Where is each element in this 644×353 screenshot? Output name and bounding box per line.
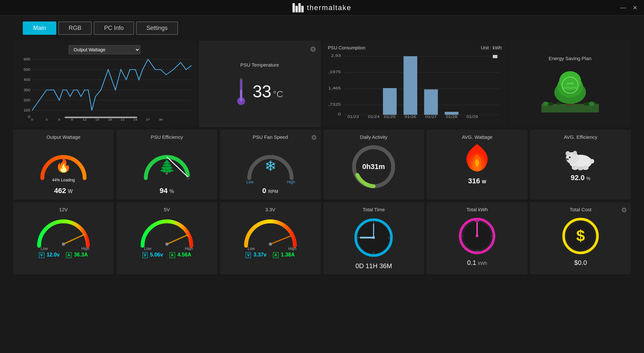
svg-text:SUPPORTED: SUPPORTED	[562, 86, 578, 89]
svg-text:SPM: SPM	[567, 82, 573, 85]
energy-saving-title: Energy Saving Plan	[549, 56, 592, 61]
psu-consumption-panel: PSU Consumption Unit : kWh 2,93 2,1975 1…	[323, 41, 507, 127]
svg-point-83	[566, 158, 569, 160]
total-cost-panel: ⚙ Total Cost $ $0.0	[530, 202, 631, 274]
svg-text:15: 15	[95, 118, 100, 121]
svg-text:44% Loading: 44% Loading	[52, 178, 75, 182]
svg-text:0: 0	[31, 118, 33, 121]
svg-rect-1	[295, 6, 298, 12]
svg-text:01/26: 01/26	[404, 115, 416, 118]
svg-line-96	[270, 236, 291, 244]
svg-text:27: 27	[146, 118, 150, 121]
row3: 12V Low High V 12.0v A	[0, 202, 644, 274]
avg-efficiency-title: AVG. Efficiency	[564, 134, 597, 140]
svg-text:12: 12	[83, 118, 87, 121]
total-time-title: Total Time	[363, 207, 385, 212]
svg-text:🌲: 🌲	[158, 159, 176, 175]
svg-text:300: 300	[24, 88, 30, 92]
svg-text:500: 500	[24, 68, 30, 72]
temp-value-display: 33 °C	[253, 82, 283, 101]
svg-text:01/28: 01/28	[446, 115, 457, 118]
avg-efficiency-panel: AVG. Efficiency 92.0 %	[530, 130, 631, 200]
consumption-bar-chart: 2,93 2,1975 1,465 0,7325 0	[328, 53, 502, 118]
avg-wattage-title: AVG. Wattage	[462, 134, 492, 140]
svg-point-82	[569, 157, 571, 158]
svg-line-88	[63, 234, 85, 244]
svg-text:01/24: 01/24	[368, 115, 379, 118]
chart-dropdown-container: Output Wattage	[18, 45, 192, 54]
app-title: thermaltake	[307, 4, 351, 12]
svg-text:🔥: 🔥	[55, 158, 72, 173]
wattage-dropdown[interactable]: Output Wattage	[69, 45, 140, 54]
svg-text:High: High	[81, 246, 89, 251]
5v-title: 5V	[164, 207, 170, 212]
svg-line-92	[167, 235, 187, 244]
total-kwh-value: 0.1 kWh	[467, 259, 487, 267]
svg-rect-45	[424, 89, 438, 115]
close-button[interactable]: ✕	[633, 4, 637, 11]
fan-settings-icon[interactable]: ⚙	[311, 134, 317, 141]
svg-point-84	[572, 165, 578, 170]
svg-text:6: 6	[58, 118, 60, 121]
svg-text:9: 9	[71, 118, 73, 121]
3v-readings: V 3.37v A 1.38A	[246, 252, 295, 258]
app-logo: thermaltake	[293, 3, 351, 12]
5v-gauge: Low High	[138, 215, 196, 251]
tab-settings[interactable]: Settings	[136, 21, 178, 35]
svg-text:High: High	[287, 180, 295, 184]
temp-display: 33 °C	[236, 77, 283, 106]
psu-temp-title: PSU Temperature	[240, 62, 279, 68]
avg-wattage-flame	[461, 142, 493, 175]
temp-settings-icon[interactable]: ⚙	[310, 45, 316, 54]
daily-activity-circle: 0h31m	[349, 142, 398, 191]
svg-text:24: 24	[133, 118, 138, 121]
total-kwh-title: Total kWh	[466, 207, 488, 212]
minimize-button[interactable]: —	[620, 4, 626, 11]
svg-rect-44	[404, 56, 417, 115]
svg-text:30: 30	[159, 118, 163, 121]
svg-text:01/25: 01/25	[384, 115, 395, 118]
svg-text:01/29: 01/29	[466, 115, 478, 118]
psu-efficiency-title: PSU Efficiency	[151, 134, 183, 140]
total-time-value: 0D 11H 36M	[355, 262, 392, 270]
svg-text:High: High	[185, 246, 193, 251]
svg-text:18: 18	[108, 118, 112, 121]
svg-text:$: $	[576, 227, 585, 244]
svg-text:Low: Low	[246, 180, 253, 184]
wattage-chart-svg: 600 500 400 300 200 100 0 0 3 6 9 12 15 …	[18, 56, 192, 121]
tab-main[interactable]: Main	[23, 21, 56, 35]
daily-activity-title: Daily Activity	[360, 134, 387, 140]
svg-point-93	[165, 242, 169, 246]
svg-text:High: High	[288, 246, 296, 251]
svg-text:❄: ❄	[264, 158, 276, 174]
output-wattage-title: Output Wattage	[47, 134, 81, 140]
psu-temperature-panel: ⚙ PSU Temperature 33 °C	[199, 41, 321, 127]
voltage-5v-panel: 5V Low High V 5.06v A 4	[116, 202, 217, 274]
total-cost-settings-icon[interactable]: ⚙	[621, 206, 627, 214]
svg-text:2,93: 2,93	[331, 54, 341, 58]
svg-point-61	[589, 101, 595, 106]
svg-text:0h31m: 0h31m	[363, 163, 385, 171]
svg-text:01/23: 01/23	[347, 115, 359, 118]
voltage-3v-panel: 3.3V Low High V 3.37v A	[220, 202, 321, 274]
3v-amperage: A 1.38A	[273, 252, 295, 258]
energy-saving-panel: Energy Saving Plan SPM SUPPORTED	[509, 41, 631, 127]
svg-text:400: 400	[24, 78, 30, 82]
window-controls: — ✕	[620, 4, 637, 11]
nav-bar: Main RGB PC Info Settings	[0, 16, 644, 41]
total-cost-value: $0.0	[574, 259, 587, 267]
svg-text:0: 0	[28, 115, 30, 119]
svg-rect-17	[65, 117, 137, 118]
total-cost-icon: $	[559, 215, 602, 257]
svg-text:100: 100	[24, 109, 30, 112]
consumption-title: PSU Consumption	[328, 45, 365, 50]
psu-fan-title: PSU Fan Speed	[253, 134, 288, 140]
12v-amperage: A 36.3A	[66, 252, 88, 258]
svg-point-87	[590, 159, 594, 163]
svg-text:3: 3	[46, 118, 48, 121]
tab-pc-info[interactable]: PC Info	[94, 21, 134, 35]
svg-text:600: 600	[24, 58, 30, 61]
psu-fan-gauge: ❄ Low High	[243, 142, 298, 185]
row1: Output Wattage 600 500 400 300 200 100 0…	[0, 41, 644, 127]
tab-rgb[interactable]: RGB	[58, 21, 92, 35]
